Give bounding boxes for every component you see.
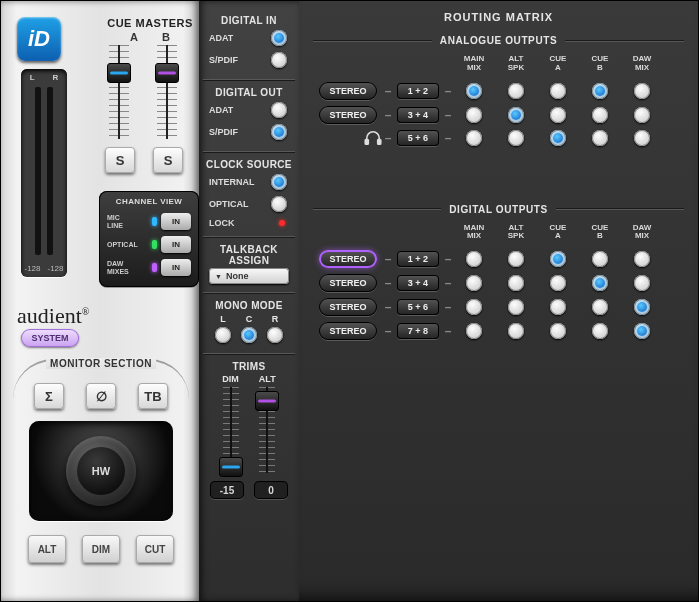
matrix-radio[interactable] xyxy=(508,130,524,146)
matrix-radio[interactable] xyxy=(466,83,482,99)
monitor-dim-button[interactable]: DIM xyxy=(82,535,120,563)
matrix-radio[interactable] xyxy=(550,107,566,123)
digital-out-radio[interactable] xyxy=(271,102,287,118)
matrix-radio[interactable] xyxy=(508,107,524,123)
clock-radio[interactable] xyxy=(271,196,287,212)
stereo-mode-button[interactable]: STEREO xyxy=(319,82,377,100)
matrix-column-label: DAW MIX xyxy=(633,224,652,242)
cue-a-solo-button[interactable]: S xyxy=(105,147,135,173)
channel-pair-button[interactable]: 1 + 2 xyxy=(397,251,439,267)
matrix-radio[interactable] xyxy=(592,299,608,315)
matrix-radio[interactable] xyxy=(466,130,482,146)
digital-in-radio[interactable] xyxy=(271,52,287,68)
cue-b-fader[interactable] xyxy=(157,45,177,139)
monitor-section-title: MONITOR SECTION xyxy=(46,358,156,369)
system-button[interactable]: SYSTEM xyxy=(21,329,79,347)
matrix-radio[interactable] xyxy=(634,251,650,267)
cue-masters-title: CUE MASTERS xyxy=(101,17,199,29)
stereo-mode-button[interactable]: STEREO xyxy=(319,298,377,316)
matrix-radio[interactable] xyxy=(634,83,650,99)
mono-radio[interactable] xyxy=(215,327,231,343)
trim-fader[interactable] xyxy=(223,387,239,473)
stereo-mode-button[interactable]: STEREO xyxy=(319,322,377,340)
matrix-radio[interactable] xyxy=(466,299,482,315)
matrix-radio[interactable] xyxy=(466,275,482,291)
channel-in-button[interactable]: IN xyxy=(161,259,191,276)
dash-icon: – xyxy=(445,300,452,314)
digital-out-title: DIGITAL OUT xyxy=(203,87,295,98)
dash-icon: – xyxy=(445,276,452,290)
matrix-radio[interactable] xyxy=(508,323,524,339)
meter-r-label: R xyxy=(52,73,58,82)
monitor-talkback-button[interactable]: TB xyxy=(138,383,168,409)
matrix-radio[interactable] xyxy=(466,107,482,123)
clock-radio[interactable] xyxy=(271,174,287,190)
matrix-radio[interactable] xyxy=(508,251,524,267)
matrix-row: STEREO–3 + 4– xyxy=(313,274,684,292)
digital-in-radio[interactable] xyxy=(271,30,287,46)
talkback-select[interactable]: ▼None xyxy=(209,268,289,284)
matrix-radio[interactable] xyxy=(634,299,650,315)
channel-pair-button[interactable]: 1 + 2 xyxy=(397,83,439,99)
knob-label: HW xyxy=(77,447,125,495)
matrix-radio[interactable] xyxy=(634,130,650,146)
monitor-phase-button[interactable]: ∅ xyxy=(86,383,116,409)
digital-out-option: S/PDIF xyxy=(203,121,295,143)
trim-dim-value: -15 xyxy=(210,481,244,499)
digital-in-section: DIGITAL IN ADATS/PDIF xyxy=(203,9,295,80)
digital-in-label: S/PDIF xyxy=(209,55,238,65)
monitor-cut-button[interactable]: CUT xyxy=(136,535,174,563)
clock-lock-label: LOCK xyxy=(209,218,235,228)
matrix-radio[interactable] xyxy=(466,251,482,267)
digital-in-title: DIGITAL IN xyxy=(203,15,295,26)
matrix-radio[interactable] xyxy=(592,275,608,291)
dash-icon: – xyxy=(445,131,452,145)
matrix-radio[interactable] xyxy=(508,275,524,291)
channel-pair-button[interactable]: 5 + 6 xyxy=(397,299,439,315)
matrix-radio[interactable] xyxy=(550,251,566,267)
matrix-column-label: CUE A xyxy=(550,55,567,73)
trim-alt: ALT xyxy=(259,374,276,473)
matrix-radio[interactable] xyxy=(550,130,566,146)
matrix-radio[interactable] xyxy=(508,299,524,315)
monitor-alt-button[interactable]: ALT xyxy=(28,535,66,563)
matrix-radio[interactable] xyxy=(634,107,650,123)
svg-rect-1 xyxy=(378,139,381,144)
channel-pair-button[interactable]: 5 + 6 xyxy=(397,130,439,146)
matrix-radio[interactable] xyxy=(634,323,650,339)
cue-a-fader[interactable] xyxy=(109,45,129,139)
stereo-mode-button[interactable]: STEREO xyxy=(319,274,377,292)
matrix-radio[interactable] xyxy=(550,83,566,99)
meter-l-label: L xyxy=(30,73,35,82)
matrix-radio[interactable] xyxy=(592,130,608,146)
matrix-radio[interactable] xyxy=(550,299,566,315)
stereo-mode-button[interactable]: STEREO xyxy=(319,106,377,124)
matrix-radio[interactable] xyxy=(592,323,608,339)
stereo-mode-button[interactable]: STEREO xyxy=(319,250,377,268)
trim-fader[interactable] xyxy=(259,387,275,473)
monitor-sum-button[interactable]: Σ xyxy=(34,383,64,409)
mono-radio[interactable] xyxy=(267,327,283,343)
matrix-radio[interactable] xyxy=(550,323,566,339)
matrix-radio[interactable] xyxy=(592,251,608,267)
channel-pair-button[interactable]: 3 + 4 xyxy=(397,107,439,123)
channel-in-button[interactable]: IN xyxy=(161,213,191,230)
digital-out-label: ADAT xyxy=(209,105,233,115)
monitor-volume-knob[interactable]: HW xyxy=(66,436,136,506)
channel-pair-button[interactable]: 7 + 8 xyxy=(397,323,439,339)
matrix-radio[interactable] xyxy=(592,107,608,123)
routing-matrix-panel: ROUTING MATRIX ANALOGUE OUTPUTS MAIN MIX… xyxy=(299,1,698,601)
channel-led xyxy=(152,217,157,226)
cue-b-solo-button[interactable]: S xyxy=(153,147,183,173)
matrix-radio[interactable] xyxy=(508,83,524,99)
mono-mode-section: MONO MODE LCR xyxy=(203,293,295,354)
channel-pair-button[interactable]: 3 + 4 xyxy=(397,275,439,291)
digital-out-radio[interactable] xyxy=(271,124,287,140)
matrix-radio[interactable] xyxy=(466,323,482,339)
channel-in-button[interactable]: IN xyxy=(161,236,191,253)
dash-icon: – xyxy=(385,84,392,98)
mono-radio[interactable] xyxy=(241,327,257,343)
matrix-radio[interactable] xyxy=(592,83,608,99)
matrix-radio[interactable] xyxy=(550,275,566,291)
matrix-radio[interactable] xyxy=(634,275,650,291)
